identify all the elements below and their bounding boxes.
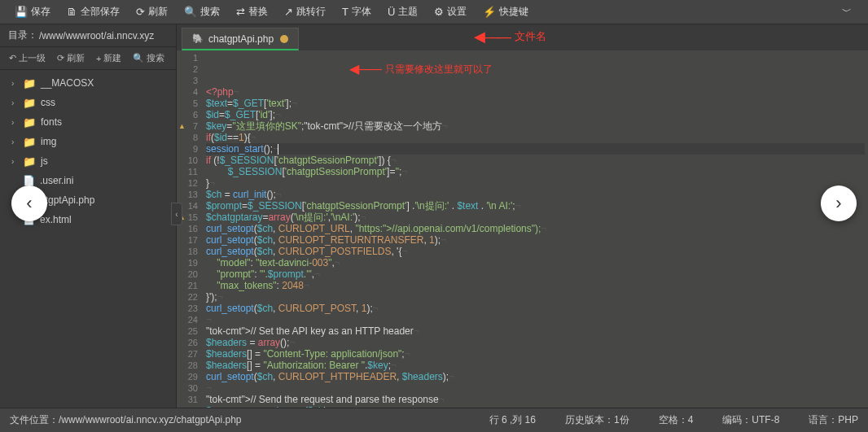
new-button[interactable]: +新建 (90, 47, 127, 70)
code-line[interactable]: session_start();¬ (206, 143, 865, 155)
code-line[interactable]: }¬ (206, 177, 865, 189)
code-line[interactable]: curl_setopt($ch, CURLOPT_RETURNTRANSFER,… (206, 234, 865, 246)
save-button[interactable]: 💾保存 (7, 0, 59, 24)
chevron-right-icon: › (835, 193, 841, 214)
php-icon: 🐘 (192, 33, 204, 44)
folder-icon: 📁 (23, 97, 36, 109)
code-line[interactable]: $headers[] = "Authorization: Bearer ".$k… (206, 360, 865, 371)
sb-refresh-button[interactable]: ⟳刷新 (51, 47, 90, 70)
arrow-left-icon: ◀—— (474, 28, 510, 46)
up-label: 上一级 (19, 52, 46, 64)
code-line[interactable]: $text=$_GET['text'];¬ (206, 98, 865, 109)
hotkey-button[interactable]: ⚡快捷键 (475, 0, 537, 24)
prev-button[interactable]: ‹ (11, 185, 47, 221)
chevron-right-icon: › (11, 79, 20, 88)
code-line[interactable]: curl_setopt($ch, CURLOPT_POSTFIELDS, '{¬ (206, 246, 865, 257)
annotation-edit-text: 只需要修改这里就可以了 (385, 63, 493, 75)
status-language[interactable]: 语言：PHP (809, 413, 858, 427)
status-indent[interactable]: 空格：4 (659, 413, 694, 427)
save-icon: 💾 (15, 6, 28, 18)
sidebar-toolbar: ↶上一级 ⟳刷新 +新建 🔍搜索 (0, 47, 176, 70)
tree-label: .user.ini (40, 175, 73, 186)
status-position[interactable]: 行 6 ,列 16 (489, 413, 536, 427)
up-button[interactable]: ↶上一级 (3, 47, 51, 70)
goto-button[interactable]: ↗跳转行 (276, 0, 334, 24)
code-line[interactable]: "tok-cmt">// Send the request and parse … (206, 394, 865, 405)
code-line[interactable]: "max_tokens": 2048¬ (206, 280, 865, 291)
code-line[interactable]: if (!$_SESSION['chatgptSessionPrompt']) … (206, 155, 865, 166)
refresh-icon: ⟳ (136, 6, 145, 18)
tabs: 🐘 chatgptApi.php ◀——文件名 (177, 24, 868, 50)
code-area[interactable]: 123456▲7891011121314▲1516171819202122232… (177, 50, 868, 408)
theme-label: 主题 (398, 5, 418, 19)
annotation-filename-text: 文件名 (515, 29, 546, 44)
chevron-right-icon: › (11, 98, 20, 107)
code-line[interactable]: $chatgptaray=array('\n提问:','\nAI:');¬ (206, 212, 865, 223)
goto-icon: ↗ (284, 6, 293, 18)
font-button[interactable]: T字体 (334, 0, 379, 24)
tree-label: img (41, 136, 56, 147)
tree-label: atgptApi.php (40, 194, 94, 206)
code-line[interactable]: $response = curl_exec($ch);¬ (206, 405, 865, 408)
code-line[interactable]: $key="这里填你的SK";"tok-cmt">//只需要改这一个地方¬ (206, 120, 865, 132)
folder-icon: 📁 (23, 155, 36, 168)
next-button[interactable]: › (821, 185, 857, 221)
code-line[interactable]: $id=$_GET['id'];¬ (206, 109, 865, 120)
code-line[interactable]: $_SESSION['chatgptSessionPrompt']='';¬ (206, 166, 865, 177)
code-line[interactable]: $ch = curl_init();¬ (206, 189, 865, 200)
code-line[interactable]: curl_setopt($ch, CURLOPT_HTTPHEADER, $he… (206, 371, 865, 382)
status-bar: 文件位置：/www/wwwroot/ai.nncv.xyz/chatgptApi… (0, 408, 868, 432)
refresh-label: 刷新 (148, 5, 168, 19)
chevron-right-icon: › (11, 157, 20, 166)
sidebar-collapse-handle[interactable]: ‹ (171, 203, 182, 225)
code-line[interactable]: $headers = array();¬ (206, 337, 865, 348)
theme-button[interactable]: Ü主题 (379, 0, 426, 24)
tab-label: chatgptApi.php (208, 33, 274, 45)
code-content[interactable]: <?php¬$text=$_GET['text'];¬$id=$_GET['id… (203, 50, 868, 408)
save-all-button[interactable]: 🗎全部保存 (59, 0, 128, 24)
code-line[interactable]: curl_setopt($ch, CURLOPT_URL, "https:">/… (206, 223, 865, 234)
code-line[interactable]: $prompt=$_SESSION['chatgptSessionPrompt'… (206, 200, 865, 212)
file-icon: 📄 (23, 175, 35, 186)
status-history[interactable]: 历史版本：1份 (565, 413, 629, 427)
path-label: 目录： (8, 28, 37, 42)
folder-item[interactable]: ›📁js (0, 151, 176, 171)
refresh-button[interactable]: ⟳刷新 (128, 0, 176, 24)
status-encoding[interactable]: 编码：UTF-8 (722, 413, 779, 427)
replace-button[interactable]: ⇄替换 (228, 0, 276, 24)
folder-item[interactable]: ›📁fonts (0, 112, 176, 132)
folder-item[interactable]: ›📁__MACOSX (0, 73, 176, 93)
folder-item[interactable]: ›📁css (0, 93, 176, 112)
annotation-filename: ◀——文件名 (474, 28, 546, 46)
code-line[interactable]: "prompt": "'.$prompt.'",¬ (206, 268, 865, 280)
code-line[interactable]: if($id==1){¬ (206, 132, 865, 143)
code-line[interactable]: "tok-cmt">// Set the API key as an HTTP … (206, 325, 865, 337)
goto-label: 跳转行 (296, 5, 326, 19)
chevron-right-icon: › (11, 137, 20, 146)
code-line[interactable]: ¬ (206, 314, 865, 325)
status-location: 文件位置：/www/wwwroot/ai.nncv.xyz/chatgptApi… (10, 413, 242, 427)
font-label: 字体 (352, 5, 371, 19)
tree-label: css (41, 97, 55, 108)
code-line[interactable]: $headers[] = "Content-Type: application/… (206, 348, 865, 360)
code-line[interactable]: }');¬ (206, 291, 865, 303)
save-label: 保存 (31, 5, 50, 19)
replace-icon: ⇄ (236, 6, 245, 18)
toolbar-chevron-down[interactable]: ﹀ (832, 5, 861, 19)
theme-icon: Ü (388, 6, 395, 18)
status-loc-label: 文件位置： (10, 414, 59, 425)
search-button[interactable]: 🔍搜索 (176, 0, 228, 24)
code-line[interactable]: <?php¬ (206, 86, 865, 98)
folder-item[interactable]: ›📁img (0, 132, 176, 151)
plus-icon: + (96, 54, 101, 63)
code-line[interactable]: "model": "text-davinci-003",¬ (206, 257, 865, 268)
line-gutter: 123456▲7891011121314▲1516171819202122232… (177, 50, 203, 408)
font-icon: T (342, 6, 349, 18)
chevron-left-icon: ‹ (175, 210, 178, 219)
settings-button[interactable]: ⚙设置 (426, 0, 475, 24)
sb-search-button[interactable]: 🔍搜索 (127, 47, 170, 70)
tab-chatgptapi[interactable]: 🐘 chatgptApi.php (182, 28, 299, 50)
code-line[interactable]: curl_setopt($ch, CURLOPT_POST, 1);¬ (206, 303, 865, 314)
search-icon: 🔍 (133, 53, 144, 63)
code-line[interactable]: ¬ (206, 382, 865, 394)
